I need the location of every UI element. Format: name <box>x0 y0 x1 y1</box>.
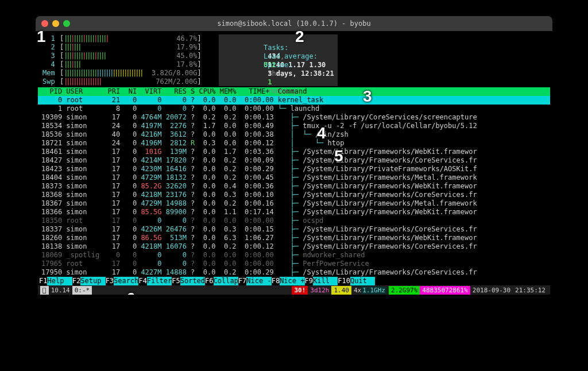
status-load: 1.40 <box>331 286 351 295</box>
fkey[interactable]: F8 <box>272 277 280 285</box>
uptime-label: Uptime: <box>264 61 293 69</box>
terminal-content[interactable]: 1 2 3 4 5 6 1[||||||||||||||||||| 46.7%]… <box>36 31 552 295</box>
fkey[interactable]: F6 <box>205 277 213 285</box>
fkey[interactable]: F9 <box>305 277 313 285</box>
cpu-cores: 4x <box>354 287 361 294</box>
process-row[interactable]: 18461 simon 17 0 101G 139M ? 0.0 1.7 0:0… <box>38 148 550 156</box>
process-header[interactable]: PID USER PRI NI VIRT RES S CPU% MEM% TIM… <box>38 87 550 96</box>
process-row[interactable]: 18427 simon 17 0 4214M 17820 ? 0.0 0.2 0… <box>38 156 550 165</box>
process-row[interactable]: 18373 simon 17 0 85.2G 32620 ? 0.0 0.4 0… <box>38 182 550 191</box>
tasks-label: Tasks: <box>264 44 288 52</box>
process-row[interactable]: 18260 simon 17 0 86.5G 513M ? 0.0 6.3 1:… <box>38 234 550 242</box>
process-row[interactable]: 17965 root 17 0 0 0 ? 0.0 0.0 0:00.00 ├─… <box>38 260 550 268</box>
fkey-label[interactable]: Setup <box>80 277 105 285</box>
process-row-selected[interactable]: 0 root 21 0 0 0 ? 0.0 0.0 0:00.00 kernel… <box>38 96 550 105</box>
fkey[interactable]: F10 <box>338 277 350 285</box>
fkey-label[interactable]: Sorted <box>180 277 205 285</box>
process-row[interactable]: 18423 simon 17 0 4230M 16416 ? 0.0 0.2 0… <box>38 165 550 173</box>
uptime-value: 3 days, 12:38:21 <box>268 69 334 78</box>
process-row[interactable]: 18404 simon 17 0 4729M 18132 ? 0.0 0.2 0… <box>38 173 550 182</box>
fkey[interactable]: F2 <box>72 277 80 285</box>
byobu-status-bar:  10.14 0:-* 30! 3d12h 1.40 4x1.1GHz 2.2… <box>38 285 550 295</box>
status-net: 48835072861% <box>420 286 470 295</box>
process-row[interactable]: 19309 simon 17 0 4764M 20072 ? 0.2 0.2 0… <box>38 113 550 122</box>
fkey[interactable]: F5 <box>172 277 180 285</box>
fkey-label[interactable]: Help <box>47 277 72 285</box>
swap-meter: Swp[|||||||||||||||| 762M/2.00G] <box>42 78 202 86</box>
fkey[interactable]: F3 <box>106 277 114 285</box>
fkey-label[interactable]: Filter <box>147 277 172 285</box>
cpu-meters: 1[||||||||||||||||||| 46.7%] 2[||||||| 1… <box>42 34 202 86</box>
fkey-label[interactable]: Kill <box>313 277 338 285</box>
window-title: simon@sibook.local (10.0.1.7) - byobu <box>36 20 552 28</box>
fkey-label[interactable]: Search <box>114 277 138 285</box>
process-row[interactable]: 18368 simon 17 0 4218M 23176 ? 0.0 0.3 0… <box>38 191 550 199</box>
fkey-label[interactable]: Nice + <box>280 277 304 285</box>
terminal-window: simon@sibook.local (10.0.1.7) - byobu 1 … <box>36 16 552 295</box>
process-row[interactable]: 1 root 8 0 0 0 ? 0.0 0.0 0:00.00 └─ laun… <box>38 105 550 113</box>
status-mem: 2.2G97% <box>389 286 420 295</box>
fkey-label[interactable]: Collap <box>214 277 238 285</box>
summary-box: Tasks: 434, 892 thr; 1 running Load aver… <box>219 34 338 86</box>
process-row[interactable]: 18534 simon 24 0 4197M 2276 ? 1.7 0.0 0:… <box>38 122 550 130</box>
cpu-meter: 2[||||||| 17.9%] <box>42 43 202 52</box>
fkey[interactable]: F1 <box>39 277 47 285</box>
fkey-label[interactable]: Quit <box>350 277 375 285</box>
mem-meter: Mem[||||||||||||||||||||||||||||||||||3.… <box>42 69 202 78</box>
cpu-meter: 1[||||||||||||||||||| 46.7%] <box>42 34 202 43</box>
process-row[interactable]: 18337 simon 17 0 4226M 26476 ? 0.0 0.3 0… <box>38 225 550 234</box>
uptime-short: 3d12h <box>308 286 331 295</box>
running-count: 1 <box>268 78 272 86</box>
load-label: Load average: <box>264 52 318 60</box>
process-row[interactable]: 18350 root 17 0 0 0 ? 0.0 0.0 0:00.00 ├─… <box>38 217 550 225</box>
apple-icon:  <box>40 286 49 295</box>
process-row[interactable]: 17950 simon 17 0 4227M 14888 ? 0.0 0.2 0… <box>38 268 550 277</box>
process-row[interactable]: 18367 simon 17 0 4729M 14988 ? 0.0 0.2 0… <box>38 199 550 208</box>
process-row[interactable]: 18366 simon 17 0 85.5G 89900 ? 0.0 1.1 0… <box>38 208 550 217</box>
os-version: 10.14 <box>49 286 72 295</box>
status-date: 2018-09-30 <box>470 286 513 295</box>
process-list[interactable]: 1 root 8 0 0 0 ? 0.0 0.0 0:00.00 └─ laun… <box>38 105 550 277</box>
fkey[interactable]: F4 <box>138 277 146 285</box>
fkey[interactable]: F7 <box>238 277 246 285</box>
cpu-ghz: 1.1GHz <box>361 287 386 294</box>
process-row[interactable]: 18138 simon 17 0 4218M 16076 ? 0.0 0.2 0… <box>38 242 550 251</box>
status-time: 21:35:12 <box>513 286 548 295</box>
process-row[interactable]: 18536 simon 40 0 4216M 3612 ? 0.0 0.0 0:… <box>38 130 550 139</box>
process-row[interactable]: 18069 _spotlig 0 0 0 0 ? 0.0 0.0 0:00.00… <box>38 251 550 260</box>
cpu-meter: 4[||||||| 17.8%] <box>42 60 202 69</box>
window-titlebar[interactable]: simon@sibook.local (10.0.1.7) - byobu <box>36 16 552 31</box>
battery-status: 30! <box>292 286 308 295</box>
session-id[interactable]: 0:-* <box>72 286 92 295</box>
process-row[interactable]: 18721 simon 24 0 4196M 2812 R 0.3 0.0 0:… <box>38 139 550 148</box>
fkey-label[interactable]: Nice - <box>246 277 271 285</box>
fkey-bar[interactable]: F1Help F2Setup F3SearchF4FilterF5SortedF… <box>38 277 550 285</box>
cpu-meter: 3[|||||||||||||||||| 45.0%] <box>42 52 202 60</box>
